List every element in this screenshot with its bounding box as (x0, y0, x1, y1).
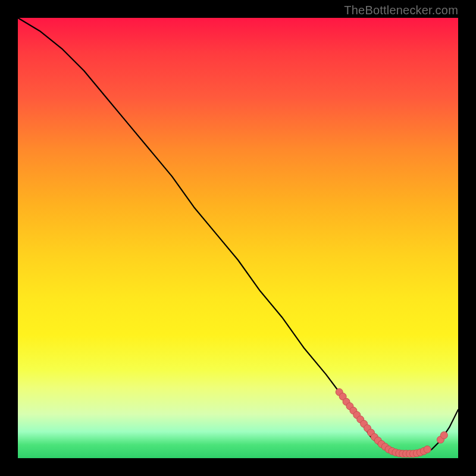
chart-frame: TheBottlenecker.com (0, 0, 476, 476)
bottleneck-curve (18, 18, 458, 454)
chart-svg (18, 18, 458, 458)
data-marker (424, 446, 431, 453)
watermark-text: TheBottlenecker.com (344, 4, 458, 17)
plot-area (18, 18, 458, 458)
data-marker (440, 432, 447, 439)
data-markers (336, 389, 447, 458)
